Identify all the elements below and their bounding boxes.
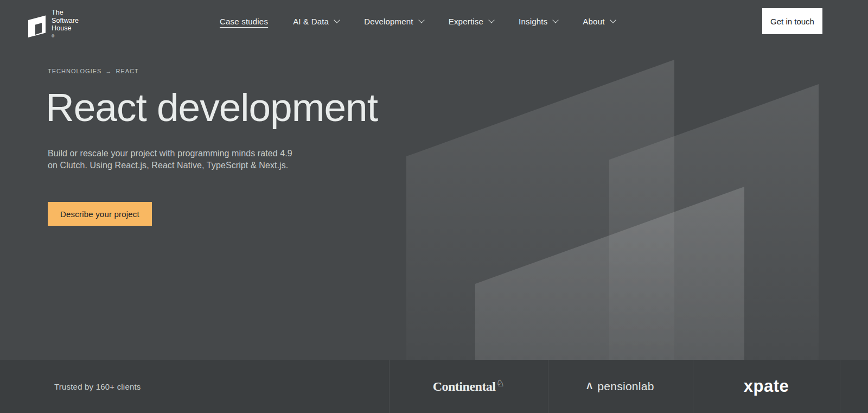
- pensionlab-text: pensionlab: [597, 380, 654, 393]
- trusted-by-label: Trusted by 160+ clients: [54, 360, 141, 413]
- nav-insights[interactable]: Insights: [519, 17, 558, 26]
- nav-case-studies[interactable]: Case studies: [220, 17, 268, 26]
- nav-expertise[interactable]: Expertise: [449, 17, 494, 26]
- continental-wordmark: Continental ♘: [433, 379, 505, 394]
- nav-about[interactable]: About: [583, 17, 615, 26]
- breadcrumb-arrow-icon: →: [105, 68, 112, 74]
- tsh-logo-icon: [28, 13, 46, 38]
- breadcrumb: TECHNOLOGIES → REACT: [48, 68, 139, 74]
- logo-text: The Software House®: [52, 9, 79, 42]
- chevron-down-icon: [334, 17, 340, 23]
- breadcrumb-technologies-link[interactable]: TECHNOLOGIES: [48, 68, 101, 74]
- client-logo-continental: Continental ♘: [389, 360, 548, 413]
- nav-ai-and-data[interactable]: AI & Data: [293, 17, 339, 26]
- xpate-wordmark: xpate: [744, 377, 789, 396]
- page-title: React development: [46, 86, 378, 129]
- site-header: The Software House® Case studies AI & Da…: [0, 0, 868, 42]
- nav-development[interactable]: Development: [364, 17, 424, 26]
- clients-bar: Trusted by 160+ clients Continental ♘ Λ …: [0, 360, 868, 413]
- vertical-divider: [840, 360, 840, 413]
- chevron-down-icon: [418, 17, 424, 23]
- main-nav: Case studies AI & Data Development Exper…: [220, 0, 615, 42]
- continental-horse-icon: ♘: [496, 378, 505, 389]
- client-logo-xpate: xpate: [693, 360, 840, 413]
- pensionlab-wordmark: Λ pensionlab: [586, 380, 654, 393]
- logo[interactable]: The Software House®: [28, 9, 79, 42]
- get-in-touch-button[interactable]: Get in touch: [762, 8, 822, 34]
- client-logo-pensionlab: Λ pensionlab: [548, 360, 693, 413]
- hero-background: [0, 0, 868, 360]
- hero-subtitle-line2: on Clutch. Using React.js, React Native,…: [48, 160, 292, 171]
- breadcrumb-current-page: REACT: [116, 68, 138, 74]
- continental-text: Continental: [433, 379, 496, 394]
- hero-subtitle-line1: Build or rescale your project with progr…: [48, 148, 292, 160]
- chevron-down-icon: [553, 17, 559, 23]
- hero-subtitle: Build or rescale your project with progr…: [48, 148, 292, 171]
- chevron-down-icon: [488, 17, 494, 23]
- pensionlab-lambda-icon: Λ: [586, 382, 592, 391]
- chevron-down-icon: [610, 17, 616, 23]
- describe-your-project-button[interactable]: Describe your project: [48, 202, 152, 226]
